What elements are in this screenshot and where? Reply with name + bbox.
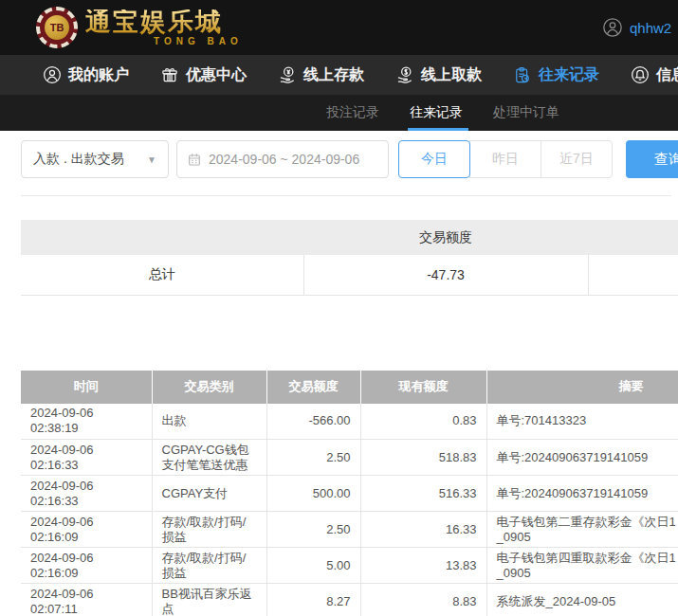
table-row: 2024-09-06 02:16:33 CGPAY支付 500.00 516.3… (21, 476, 678, 512)
records-table: 时间 交易类别 交易额度 现有额度 摘要 2024-09-06 02:38:19… (21, 371, 678, 616)
logo-title: 通宝娱乐城 (85, 9, 243, 35)
records-icon (513, 65, 532, 84)
nav-label: 优惠中心 (186, 65, 247, 85)
cell-time: 2024-09-06 02:16:33 (21, 440, 152, 476)
summary-total-label: 总计 (21, 255, 303, 295)
cell-time: 2024-09-06 02:16:09 (21, 512, 152, 548)
nav-label: 我的账户 (68, 65, 129, 85)
calendar-icon (187, 152, 202, 167)
cell-amount: 500.00 (266, 476, 360, 512)
cell-time: 2024-09-06 02:16:33 (21, 476, 152, 512)
cell-amount: 2.50 (266, 512, 360, 548)
nav-label: 线上取款 (421, 65, 482, 85)
gift-icon (160, 65, 179, 84)
withdraw-icon (395, 65, 414, 84)
summary-table: 交易额度 总计 -47.73 (21, 220, 678, 296)
cell-balance: 8.83 (360, 584, 486, 616)
filter-divider (21, 195, 671, 196)
tab-pending-orders[interactable]: 处理中订单 (493, 95, 559, 131)
cell-balance: 0.83 (360, 404, 486, 440)
logo-chip-icon: TB (36, 7, 78, 48)
cell-summary: 单号:202409063719141059 (486, 440, 678, 476)
nav-label: 信息 (656, 65, 678, 85)
cell-amount: 8.27 (266, 584, 360, 616)
summary-header-row: 交易额度 (21, 220, 678, 255)
table-row: 2024-09-06 02:07:11 BB视讯百家乐返点 8.27 8.83 … (21, 584, 678, 616)
cell-type: CGPAY支付 (152, 476, 266, 512)
summary-empty-cell (588, 255, 678, 295)
nav-item-my-account[interactable]: 我的账户 (43, 65, 129, 85)
cell-summary: 电子钱包第四重取款彩金《次日1 _0905 (486, 548, 678, 584)
summary-header-empty (21, 220, 303, 255)
deposit-icon (278, 65, 297, 84)
filter-bar: 入款 . 出款交易 ▼ 2024-09-06 ~ 2024-09-06 今日 昨… (0, 140, 678, 178)
last7days-button[interactable]: 近7日 (541, 140, 613, 178)
cell-time: 2024-09-06 02:38:19 (21, 404, 152, 440)
nav-item-promotions[interactable]: 优惠中心 (160, 65, 247, 85)
cell-type: 存款/取款/打码/损益 (152, 512, 266, 548)
top-header: TB 通宝娱乐城 TONG BAO qhhw2 (0, 0, 678, 55)
cell-time: 2024-09-06 02:16:09 (21, 548, 152, 584)
cell-type: BB视讯百家乐返点 (152, 584, 266, 616)
logo-subtitle: TONG BAO (154, 37, 243, 46)
transaction-type-value: 入款 . 出款交易 (33, 151, 124, 168)
summary-header-empty (588, 220, 678, 255)
date-range-input[interactable]: 2024-09-06 ~ 2024-09-06 (176, 140, 389, 178)
logo-chip-text: TB (45, 15, 69, 40)
cell-type: CGPAY-CG钱包支付笔笔送优惠 (152, 440, 266, 476)
user-account[interactable]: qhhw2 (602, 17, 678, 38)
summary-total-value: -47.73 (303, 255, 588, 295)
nav-item-transaction-records[interactable]: 往来记录 (513, 65, 599, 85)
cell-balance: 16.33 (360, 512, 486, 548)
quick-date-buttons: 今日 昨日 近7日 (398, 140, 613, 178)
cell-time: 2024-09-06 02:07:11 (21, 584, 152, 616)
cell-type: 出款 (152, 404, 266, 440)
cell-summary: 系统派发_2024-09-05 (486, 584, 678, 616)
table-row: 2024-09-06 02:16:09 存款/取款/打码/损益 5.00 13.… (21, 548, 678, 584)
nav-item-messages[interactable]: 信息 (631, 65, 678, 85)
col-header-balance: 现有额度 (360, 371, 486, 404)
col-header-summary: 摘要 (486, 371, 678, 404)
username: qhhw2 (630, 20, 671, 36)
cell-balance: 516.33 (360, 476, 486, 512)
today-button[interactable]: 今日 (398, 140, 470, 178)
summary-section: 交易额度 总计 -47.73 (21, 220, 678, 296)
nav-label: 往来记录 (539, 65, 599, 85)
records-section: 时间 交易类别 交易额度 现有额度 摘要 2024-09-06 02:38:19… (21, 371, 678, 616)
records-header-row: 时间 交易类别 交易额度 现有额度 摘要 (21, 371, 678, 404)
table-row: 2024-09-06 02:38:19 出款 -566.00 0.83 单号:7… (21, 404, 678, 440)
cell-summary: 电子钱包第二重存款彩金《次日1 _0905 (486, 512, 678, 548)
table-row: 2024-09-06 02:16:33 CGPAY-CG钱包支付笔笔送优惠 2.… (21, 440, 678, 476)
app-root: TB 通宝娱乐城 TONG BAO qhhw2 我的账户 (0, 0, 678, 616)
cell-type: 存款/取款/打码/损益 (152, 548, 266, 584)
col-header-time: 时间 (21, 371, 152, 404)
chevron-down-icon: ▼ (147, 154, 156, 165)
cell-balance: 13.83 (360, 548, 486, 584)
summary-total-row: 总计 -47.73 (21, 255, 678, 295)
cell-amount: 2.50 (266, 440, 360, 476)
query-button[interactable]: 查询 (626, 140, 678, 178)
nav-item-online-withdraw[interactable]: 线上取款 (395, 65, 482, 85)
cell-amount: 5.00 (266, 548, 360, 584)
cell-balance: 518.83 (360, 440, 486, 476)
bell-icon (631, 65, 650, 84)
main-nav: 我的账户 优惠中心 线上存款 (0, 55, 678, 95)
nav-item-online-deposit[interactable]: 线上存款 (278, 65, 364, 85)
transaction-type-select[interactable]: 入款 . 出款交易 ▼ (21, 140, 169, 178)
table-row: 2024-09-06 02:16:09 存款/取款/打码/损益 2.50 16.… (21, 512, 678, 548)
nav-label: 线上存款 (303, 65, 364, 85)
cell-summary: 单号:202409063719141059 (486, 476, 678, 512)
date-range-value: 2024-09-06 ~ 2024-09-06 (209, 152, 359, 167)
yesterday-button[interactable]: 昨日 (469, 140, 541, 178)
col-header-amount: 交易额度 (266, 371, 360, 404)
logo-text: 通宝娱乐城 TONG BAO (85, 9, 243, 46)
tab-betting-records[interactable]: 投注记录 (326, 95, 379, 131)
cell-amount: -566.00 (266, 404, 360, 440)
tab-transaction-records[interactable]: 往来记录 (410, 95, 463, 131)
user-avatar-icon (602, 17, 623, 38)
col-header-type: 交易类别 (152, 371, 266, 404)
user-icon (43, 65, 62, 84)
record-tabs: 投注记录 往来记录 处理中订单 (0, 95, 678, 131)
cell-summary: 单号:701413323 (486, 404, 678, 440)
site-logo[interactable]: TB 通宝娱乐城 TONG BAO (36, 7, 243, 48)
